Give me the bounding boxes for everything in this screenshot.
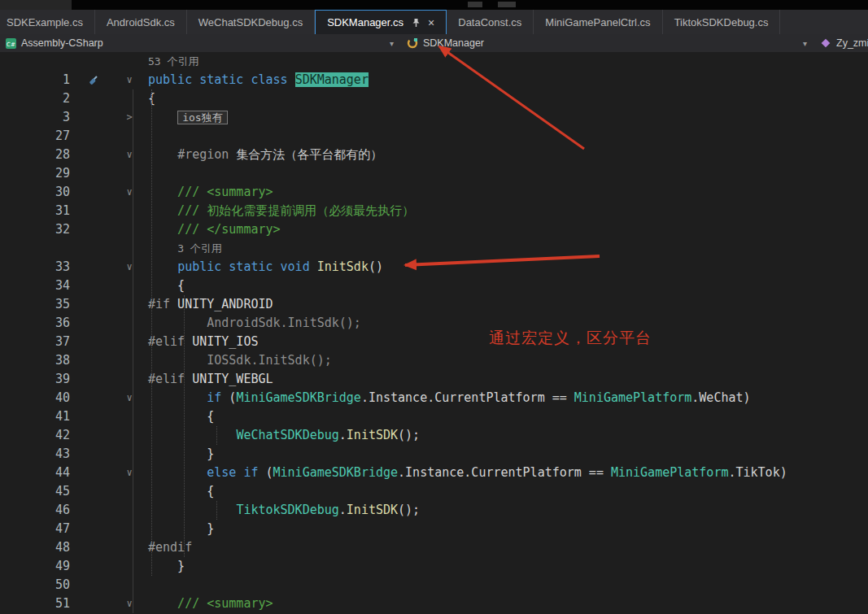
fold-spacer — [111, 576, 148, 594]
code-text — [148, 576, 868, 594]
code-text: ios独有 — [148, 108, 868, 127]
fold-open-icon[interactable]: ∨ — [111, 594, 148, 613]
fold-margin-line — [133, 89, 133, 613]
gutter-spacer — [75, 220, 111, 239]
project-dropdown[interactable]: C# Assembly-CSharp ▾ — [0, 34, 402, 52]
quick-actions-screwdriver-icon[interactable] — [75, 71, 111, 89]
code-text: if (MiniGameSDKBridge.Instance.CurrentPl… — [148, 389, 868, 407]
line-number: 42 — [0, 426, 75, 445]
code-text: #endif — [148, 538, 868, 557]
code-line: 47 } — [0, 520, 868, 538]
token: ( — [258, 465, 273, 480]
line-number: 39 — [0, 370, 75, 389]
fold-collapsed-icon[interactable]: > — [111, 108, 148, 127]
token: public static class — [148, 72, 295, 87]
fold-open-icon[interactable]: ∨ — [111, 464, 148, 482]
fold-open-icon[interactable]: ∨ — [111, 146, 148, 164]
fold-spacer — [111, 501, 148, 520]
token: #region — [177, 147, 229, 162]
code-line: 42 WeChatSDKDebug.InitSDK(); — [0, 426, 868, 445]
codelens-references[interactable]: 3 个引用 — [177, 242, 222, 255]
token: } — [148, 446, 214, 461]
gutter-spacer — [75, 108, 111, 127]
code-text: /// 初始化需要提前调用（必须最先执行） — [148, 202, 868, 220]
indent-guide — [151, 89, 152, 576]
fold-open-icon[interactable]: ∨ — [111, 258, 148, 277]
fold-spacer — [111, 333, 148, 351]
code-line: 32 /// </summary> — [0, 220, 868, 239]
token: ( — [221, 390, 236, 405]
type-dropdown[interactable]: SDKManager ▾ — [402, 34, 815, 52]
fold-spacer — [111, 89, 148, 108]
fold-spacer — [111, 407, 148, 426]
pin-icon[interactable] — [412, 18, 421, 28]
line-number: 32 — [0, 220, 75, 239]
code-text: else if (MiniGameSDKBridge.Instance.Curr… — [148, 464, 868, 482]
code-line: 36 AndroidSdk.InitSdk(); — [0, 314, 868, 333]
tab-sdkexample-cs[interactable]: SDKExample.cs — [0, 10, 95, 34]
token: .Instance.CurrentPlatform == — [398, 465, 611, 480]
code-text — [148, 127, 868, 146]
token: { — [148, 409, 214, 424]
fold-open-icon[interactable]: ∨ — [111, 71, 148, 89]
gutter-spacer — [75, 576, 111, 594]
highlighted-symbol: SDKManager — [295, 72, 369, 87]
line-number: 41 — [0, 407, 75, 426]
member-cube-icon — [820, 37, 831, 49]
gutter-spacer — [75, 594, 111, 613]
code-text: { — [148, 277, 868, 295]
tab-wechatsdkdebug-cs[interactable]: WeChatSDKDebug.cs — [187, 10, 315, 34]
token: #endif — [148, 540, 192, 555]
indent-guide — [216, 501, 217, 520]
code-text: public static class SDKManager — [148, 71, 868, 89]
line-number: 38 — [0, 351, 75, 370]
token: MiniGamePlatform — [611, 465, 729, 480]
line-number — [0, 52, 75, 71]
tab-dataconst-cs[interactable]: DataConst.cs — [447, 10, 534, 34]
code-line: 44∨ else if (MiniGameSDKBridge.Instance.… — [0, 464, 868, 482]
fold-spacer — [111, 220, 148, 239]
csharp-project-icon: C# — [5, 37, 16, 49]
tab-tiktoksdkdebug-cs[interactable]: TiktokSDKDebug.cs — [663, 10, 781, 34]
fold-spacer — [111, 370, 148, 389]
token: { — [148, 484, 214, 499]
tab-label: AndroidSdk.cs — [107, 16, 175, 28]
token: #elif — [148, 334, 185, 349]
titlebar-fragment — [498, 2, 516, 7]
gutter-spacer — [75, 351, 111, 370]
token: WeChatSDKDebug — [236, 428, 338, 442]
tab-androidsdk-cs[interactable]: AndroidSdk.cs — [95, 10, 187, 34]
gutter-spacer — [75, 52, 111, 71]
tab-minigamepanelctrl-cs[interactable]: MiniGamePanelCtrl.cs — [534, 10, 662, 34]
fold-open-icon[interactable]: ∨ — [111, 389, 148, 407]
line-number: 1 — [0, 71, 75, 89]
code-text: #if UNITY_ANDROID — [148, 295, 868, 314]
fold-open-icon[interactable]: ∨ — [111, 183, 148, 202]
gutter-spacer — [75, 426, 111, 445]
fold-spacer — [111, 482, 148, 501]
token: /// 初始化需要提前调用（必须最先执行） — [148, 203, 414, 218]
token: /// <summary> — [148, 185, 273, 199]
line-number: 51 — [0, 594, 75, 613]
codelens-references[interactable]: 53 个引用 — [148, 55, 198, 67]
code-text: TiktokSDKDebug.InitSDK(); — [148, 501, 868, 520]
chevron-down-icon: ▾ — [390, 39, 397, 48]
titlebar-strip — [0, 0, 868, 10]
gutter-spacer — [75, 146, 111, 164]
line-number: 30 — [0, 183, 75, 202]
gutter-spacer — [75, 314, 111, 333]
gutter-spacer — [75, 127, 111, 146]
code-editor[interactable]: 53 个引用1∨public static class SDKManager2{… — [0, 52, 868, 614]
code-text: 53 个引用 — [148, 52, 868, 71]
indent-guide — [184, 295, 185, 557]
code-line: 46 TiktokSDKDebug.InitSDK(); — [0, 501, 868, 520]
code-line: 35#if UNITY_ANDROID — [0, 295, 868, 314]
close-icon[interactable]: × — [428, 17, 434, 28]
member-dropdown[interactable]: Zy_zmia — [815, 34, 868, 52]
token: AndroidSdk.InitSdk(); — [148, 316, 361, 330]
code-line: 31 /// 初始化需要提前调用（必须最先执行） — [0, 202, 868, 220]
code-line: 49 } — [0, 557, 868, 576]
line-number: 37 — [0, 333, 75, 351]
tab-sdkmanager-cs[interactable]: SDKManager.cs× — [315, 10, 447, 34]
code-text: } — [148, 445, 868, 464]
